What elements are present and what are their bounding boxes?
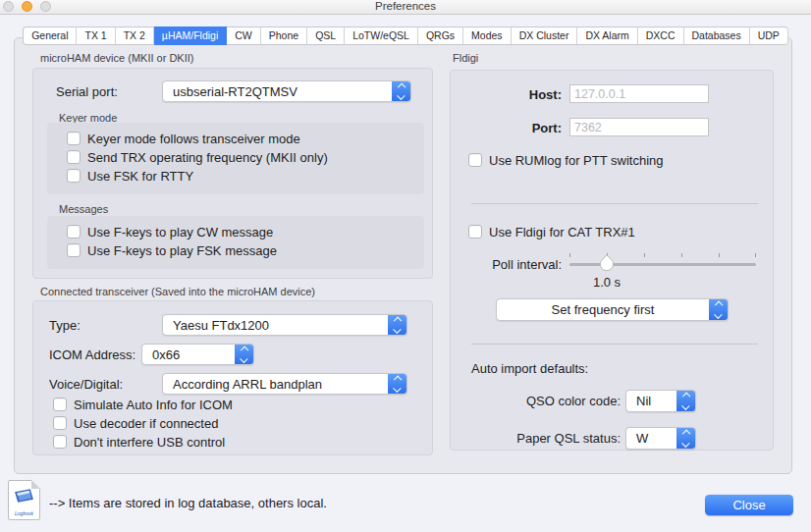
- checkbox-label: Keyer mode follows transceiver mode: [87, 132, 300, 146]
- tab-uham-fldigi[interactable]: µHAM/Fldigi: [154, 27, 227, 45]
- messages-box: Use F-keys to play CW message Use F-keys…: [47, 216, 424, 269]
- icom-address-label: ICOM Address:: [49, 347, 135, 362]
- logbook-document-icon: Logbook: [8, 480, 40, 520]
- popup-stepper-icon: [676, 391, 695, 411]
- tab-modes[interactable]: Modes: [463, 27, 512, 45]
- voice-digital-popup[interactable]: According ARRL bandplan: [162, 373, 407, 395]
- tab-tx1[interactable]: TX 1: [77, 27, 115, 45]
- tab-lotw-eqsl[interactable]: LoTW/eQSL: [345, 27, 418, 45]
- tab-phone[interactable]: Phone: [261, 27, 307, 45]
- poll-interval-label: Poll interval:: [451, 257, 562, 272]
- close-window-icon[interactable]: [3, 1, 14, 12]
- checkbox-icon[interactable]: [67, 225, 81, 239]
- poll-interval-slider[interactable]: [569, 251, 756, 273]
- port-input[interactable]: [569, 118, 709, 136]
- popup-stepper-icon: [388, 374, 406, 394]
- minimize-window-icon[interactable]: [22, 1, 32, 12]
- checkbox-row[interactable]: Keyer mode follows transceiver mode: [67, 132, 328, 145]
- checkbox-label: Use F-keys to play FSK message: [87, 243, 277, 258]
- type-popup[interactable]: Yaesu FTdx1200: [162, 314, 407, 336]
- title-bar: Preferences: [0, 0, 811, 15]
- microham-group-title: microHAM device (MKII or DKII): [40, 52, 193, 64]
- checkbox-label: Simulate Auto Info for ICOM: [74, 398, 233, 412]
- checkbox-row[interactable]: Use F-keys to play FSK message: [67, 243, 277, 257]
- checkbox-row[interactable]: Use FSK for RTTY: [67, 169, 328, 183]
- checkbox-icon[interactable]: [53, 398, 67, 411]
- transceiver-group-title: Connected transceiver (Saved into the mi…: [40, 286, 315, 297]
- serial-port-popup[interactable]: usbserial-RT2QTMSV: [162, 80, 411, 102]
- frequency-mode-value: Set frequency first: [497, 302, 709, 317]
- voice-digital-value: According ARRL bandplan: [163, 377, 388, 392]
- qso-color-code-value: Nil: [626, 394, 676, 408]
- zoom-window-icon[interactable]: [40, 1, 51, 12]
- tab-general[interactable]: General: [23, 27, 77, 45]
- paper-qsl-status-popup[interactable]: W: [625, 427, 696, 450]
- fldigi-group-box: Host: Port: Use RUMlog for PTT switching…: [450, 70, 774, 451]
- checkbox-icon[interactable]: [53, 435, 67, 449]
- divider: [471, 203, 758, 204]
- slider-tick: [681, 253, 682, 257]
- tab-tx2[interactable]: TX 2: [116, 27, 154, 45]
- checkbox-icon[interactable]: [53, 416, 67, 430]
- window-title: Preferences: [0, 0, 811, 13]
- keyer-mode-box: Keyer mode follows transceiver mode Send…: [47, 123, 424, 194]
- frequency-mode-popup[interactable]: Set frequency first: [496, 298, 729, 321]
- checkbox-row[interactable]: Use Fldigi for CAT TRX#1: [468, 225, 635, 239]
- port-label: Port:: [451, 121, 562, 135]
- book-icon: [13, 488, 35, 508]
- slider-tick: [644, 253, 645, 257]
- microham-group-box: Serial port: usbserial-RT2QTMSV Keyer mo…: [32, 68, 433, 279]
- checkbox-label: Use FSK for RTTY: [87, 169, 193, 184]
- slider-thumb-icon[interactable]: [599, 254, 615, 271]
- type-value: Yaesu FTdx1200: [163, 318, 388, 333]
- checkbox-icon[interactable]: [67, 150, 81, 164]
- host-label: Host:: [451, 87, 562, 102]
- icom-address-popup[interactable]: 0x66: [141, 344, 254, 365]
- qso-color-code-label: QSO color code:: [451, 394, 621, 408]
- slider-tick: [755, 253, 756, 257]
- checkbox-row[interactable]: Send TRX operating frequency (MKII only): [67, 150, 328, 164]
- voice-digital-label: Voice/Digital:: [49, 377, 123, 392]
- checkbox-icon[interactable]: [67, 243, 81, 257]
- checkbox-label: Use F-keys to play CW message: [87, 225, 273, 239]
- messages-title: Messages: [59, 203, 108, 215]
- tab-dxcc[interactable]: DXCC: [638, 27, 684, 45]
- checkbox-row[interactable]: Use F-keys to play CW message: [67, 225, 277, 239]
- popup-stepper-icon: [388, 315, 406, 335]
- divider: [471, 344, 758, 345]
- preferences-tab-bar: General TX 1 TX 2 µHAM/Fldigi CW Phone Q…: [0, 27, 811, 45]
- checkbox-icon[interactable]: [67, 132, 81, 145]
- slider-track[interactable]: [569, 263, 756, 266]
- qso-color-code-popup[interactable]: Nil: [625, 390, 696, 412]
- tab-cw[interactable]: CW: [227, 27, 261, 45]
- type-label: Type:: [49, 318, 81, 333]
- checkbox-row[interactable]: Simulate Auto Info for ICOM: [53, 398, 233, 411]
- close-button[interactable]: Close: [705, 495, 793, 515]
- poll-interval-value: 1.0 s: [569, 275, 644, 290]
- checkbox-icon[interactable]: [67, 169, 81, 183]
- slider-tick: [719, 253, 720, 257]
- checkbox-label: Don't interfere USB control: [74, 435, 225, 450]
- checkbox-icon[interactable]: [468, 225, 482, 239]
- checkbox-row[interactable]: Use RUMlog for PTT switching: [468, 153, 663, 167]
- checkbox-row[interactable]: Don't interfere USB control: [53, 435, 233, 449]
- serial-port-label: Serial port:: [56, 84, 118, 99]
- slider-tick: [569, 253, 570, 257]
- popup-stepper-icon: [709, 299, 728, 320]
- tab-dx-cluster[interactable]: DX Cluster: [512, 27, 578, 45]
- host-input[interactable]: [569, 84, 709, 103]
- checkbox-row[interactable]: Use decoder if connected: [53, 416, 233, 430]
- auto-import-title: Auto import defaults:: [471, 361, 588, 376]
- popup-stepper-icon: [392, 81, 410, 101]
- footer-note: --> Items are stored in log database, ot…: [49, 496, 327, 510]
- tab-qrgs[interactable]: QRGs: [418, 27, 463, 45]
- tab-qsl[interactable]: QSL: [307, 27, 345, 45]
- transceiver-group-box: Type: Yaesu FTdx1200 ICOM Address: 0x66 …: [32, 300, 433, 455]
- checkbox-icon[interactable]: [468, 153, 482, 167]
- tab-udp[interactable]: UDP: [750, 27, 788, 45]
- tab-dx-alarm[interactable]: DX Alarm: [577, 27, 637, 45]
- logbook-icon-caption: Logbook: [9, 510, 39, 516]
- tab-content-panel: microHAM device (MKII or DKII) Serial po…: [14, 37, 792, 474]
- popup-stepper-icon: [235, 345, 253, 364]
- tab-databases[interactable]: Databases: [684, 27, 750, 45]
